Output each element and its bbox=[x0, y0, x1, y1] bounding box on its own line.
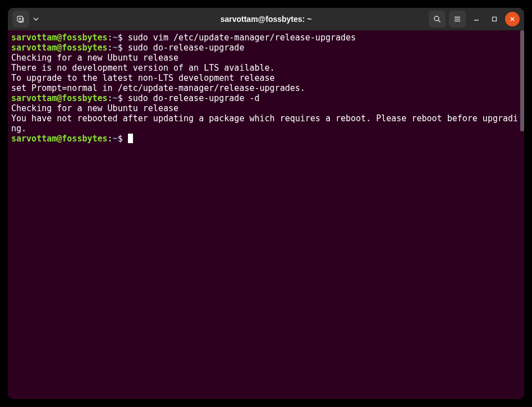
terminal-line: Checking for a new Ubuntu release bbox=[11, 103, 521, 113]
terminal-line: Checking for a new Ubuntu release bbox=[11, 53, 521, 63]
prompt-path: ~ bbox=[113, 93, 118, 103]
new-tab-button[interactable] bbox=[12, 11, 29, 28]
prompt-dollar: $ bbox=[118, 134, 128, 144]
menu-button[interactable] bbox=[449, 11, 466, 28]
close-button[interactable] bbox=[505, 12, 520, 26]
prompt-dollar: $ bbox=[118, 43, 128, 53]
prompt-dollar: $ bbox=[118, 33, 128, 43]
output-text: set Prompt=normal in /etc/update-manager… bbox=[11, 83, 305, 93]
hamburger-icon bbox=[453, 15, 462, 24]
prompt-colon: : bbox=[108, 43, 113, 53]
prompt-user-host: sarvottam@fossbytes bbox=[11, 33, 108, 43]
output-text: There is no development version of an LT… bbox=[11, 63, 275, 73]
titlebar-right bbox=[429, 11, 520, 28]
command-text: sudo vim /etc/update-manager/release-upg… bbox=[128, 33, 356, 43]
minimize-icon bbox=[474, 16, 479, 22]
maximize-button[interactable] bbox=[487, 12, 502, 26]
output-text: You have not rebooted after updating a p… bbox=[11, 113, 518, 134]
terminal-line: To upgrade to the latest non-LTS develop… bbox=[11, 73, 521, 83]
prompt-user-host: sarvottam@fossbytes bbox=[11, 93, 108, 103]
svg-point-1 bbox=[434, 16, 439, 21]
new-tab-icon bbox=[16, 15, 25, 24]
terminal-line: set Prompt=normal in /etc/update-manager… bbox=[11, 83, 521, 93]
close-icon bbox=[510, 16, 515, 22]
window-title: sarvottam@fossbytes: ~ bbox=[221, 15, 312, 24]
output-text: Checking for a new Ubuntu release bbox=[11, 103, 178, 113]
search-button[interactable] bbox=[429, 11, 446, 28]
maximize-icon bbox=[492, 16, 497, 22]
terminal-body[interactable]: sarvottam@fossbytes:~$ sudo vim /etc/upd… bbox=[8, 30, 524, 399]
scrollbar-thumb[interactable] bbox=[520, 30, 524, 131]
command-text: sudo do-release-upgrade -d bbox=[128, 93, 260, 103]
terminal-line: sarvottam@fossbytes:~$ bbox=[11, 134, 521, 144]
prompt-user-host: sarvottam@fossbytes bbox=[11, 134, 108, 144]
dropdown-icon[interactable] bbox=[33, 16, 39, 22]
prompt-colon: : bbox=[108, 134, 113, 144]
terminal-line: sarvottam@fossbytes:~$ sudo vim /etc/upd… bbox=[11, 33, 521, 43]
prompt-user-host: sarvottam@fossbytes bbox=[11, 43, 108, 53]
terminal-line: You have not rebooted after updating a p… bbox=[11, 113, 521, 134]
terminal-window: sarvottam@fossbytes: ~ bbox=[8, 8, 524, 399]
prompt-colon: : bbox=[108, 93, 113, 103]
titlebar: sarvottam@fossbytes: ~ bbox=[8, 8, 524, 30]
titlebar-left bbox=[12, 11, 39, 28]
prompt-colon: : bbox=[108, 33, 113, 43]
cursor bbox=[128, 134, 133, 143]
command-text: sudo do-release-upgrade bbox=[128, 43, 245, 53]
prompt-path: ~ bbox=[113, 43, 118, 53]
svg-rect-2 bbox=[493, 17, 497, 21]
prompt-path: ~ bbox=[113, 33, 118, 43]
output-text: Checking for a new Ubuntu release bbox=[11, 53, 178, 63]
output-text: To upgrade to the latest non-LTS develop… bbox=[11, 73, 280, 83]
terminal-line: sarvottam@fossbytes:~$ sudo do-release-u… bbox=[11, 43, 521, 53]
terminal-line: sarvottam@fossbytes:~$ sudo do-release-u… bbox=[11, 93, 521, 103]
terminal-line: There is no development version of an LT… bbox=[11, 63, 521, 73]
minimize-button[interactable] bbox=[469, 12, 484, 26]
search-icon bbox=[433, 15, 442, 24]
prompt-path: ~ bbox=[113, 134, 118, 144]
prompt-dollar: $ bbox=[118, 93, 128, 103]
